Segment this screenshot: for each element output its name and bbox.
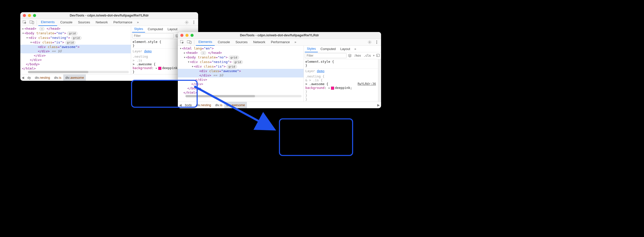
styles-filter-input[interactable] [132,33,174,38]
selected-dom-node[interactable]: <div class="awesome"> [178,69,304,73]
breadcrumb-left-icon[interactable]: ◀ [20,76,25,80]
crumb-body[interactable]: dy [25,74,33,81]
source-link[interactable]: RwYLRdr:36 [358,82,376,86]
breadcrumb-right-icon[interactable]: ▶ [376,103,381,107]
cls-toggle[interactable]: .cls [363,54,371,57]
subtab-computed[interactable]: Computed [318,46,338,52]
panel-split: ▸<head> ⋯ </head> ▾<body translate="no">… [20,26,198,74]
window-title: DevTools - cdpn.io/web-dot-dev/fullpage/… [178,33,381,37]
head-open[interactable]: <head> [24,27,36,30]
crumb-div-nesting[interactable]: div.nesting [194,102,213,108]
tab-sources[interactable]: Sources [233,39,250,46]
subtab-styles[interactable]: Styles [132,26,145,33]
more-tabs-icon[interactable]: » [293,40,298,44]
tab-performance[interactable]: Performance [111,19,135,26]
crumb-div-nesting[interactable]: div.nesting [33,74,52,81]
svg-rect-2 [32,21,34,24]
main-tabbar: Elements Console Sources Network Perform… [178,39,381,46]
styles-filter-input[interactable] [305,53,347,58]
grid-badge[interactable]: grid [67,31,77,35]
layers-icon[interactable] [348,53,352,58]
expand-triangle-icon[interactable]: ▸ [155,66,158,70]
inspect-element-icon[interactable] [21,19,28,26]
tab-network[interactable]: Network [93,19,111,26]
styles-subtabs: Styles Computed Layout » [304,46,381,52]
dollar-zero-hint: == $0 [52,49,61,53]
elements-dom-tree[interactable]: ▸<head> ⋯ </head> ▾<body translate="no">… [20,26,131,74]
svg-point-13 [376,43,377,44]
titlebar: DevTools - cdpn.io/web-dot-dev/fullpage/… [178,32,381,39]
styles-rules[interactable]: element.style { } Layer demo .nesting { … [304,59,378,102]
divider [194,40,194,44]
subtab-computed[interactable]: Computed [146,26,165,33]
styles-filter-bar: :hov .cls + [304,52,381,59]
crumb-div-awesome[interactable]: div.awesome [224,102,247,108]
grid-badge[interactable]: grid [65,41,76,44]
kebab-menu-icon[interactable] [191,19,197,26]
titlebar: DevTools - cdpn.io/web-dot-dev/fullpage/… [20,12,198,19]
svg-point-10 [369,41,370,43]
tab-network[interactable]: Network [251,39,268,46]
highlight-annotation-right [279,118,353,156]
grid-badge[interactable]: grid [71,36,82,40]
tab-console[interactable]: Console [215,39,232,46]
tab-console[interactable]: Console [58,19,75,26]
layer-link[interactable]: demo [144,49,152,53]
styles-subtabs: Styles Computed Layout [131,26,198,33]
grid-badge[interactable]: grid [227,65,237,69]
window-title: DevTools - cdpn.io/web-dot-dev/fullpage/… [20,13,198,17]
crumb-div-is[interactable]: div.is [52,74,63,81]
panel-split: ▾<html lang="en"> ▸<head> ⋯ </head> ▾<bo… [178,46,381,102]
subtab-layout[interactable]: Layout [165,26,179,33]
crumb-body[interactable]: body [183,102,194,108]
svg-rect-8 [187,41,190,43]
inspect-element-icon[interactable] [179,39,185,45]
dom-horizontal-scrollbar[interactable] [28,71,129,73]
dom-horizontal-scrollbar[interactable] [185,95,302,97]
main-tabbar: Elements Console Sources Network Perform… [20,19,198,26]
breadcrumb-left-icon[interactable]: ◀ [178,103,183,107]
settings-gear-icon[interactable] [183,19,190,26]
color-swatch-deeppink[interactable] [331,87,334,90]
hov-toggle[interactable]: :hov [353,54,362,57]
subtab-layout[interactable]: Layout [338,46,352,52]
color-swatch-deeppink[interactable] [158,67,161,70]
more-subtabs-icon[interactable]: » [353,47,358,51]
expand-triangle-icon[interactable]: ▸ [328,86,331,90]
styles-vertical-scrollbar[interactable] [378,59,381,102]
tab-elements[interactable]: Elements [38,19,57,26]
svg-point-11 [376,40,377,41]
ellipsis-badge[interactable]: ⋯ [201,51,206,55]
svg-point-4 [194,21,194,21]
breadcrumb: ◀ body div.nesting div.is div.awesome ▶ [178,102,381,108]
svg-rect-1 [29,21,33,23]
rendering-icon[interactable] [376,53,380,58]
grid-badge[interactable]: grid [233,60,243,64]
svg-point-6 [194,23,194,24]
tab-performance[interactable]: Performance [268,39,292,46]
styles-sidebar: Styles Computed Layout » :hov .cls + ele… [304,46,381,102]
grid-badge[interactable]: grid [229,56,239,59]
elements-dom-tree[interactable]: ▾<html lang="en"> ▸<head> ⋯ </head> ▾<bo… [178,46,304,102]
svg-point-12 [376,42,377,42]
crumb-div-awesome[interactable]: div.awesome [63,74,86,81]
ellipsis-badge[interactable]: ⋯ [39,27,45,31]
svg-point-3 [186,22,187,23]
layer-link[interactable]: demo [317,69,324,73]
device-toolbar-icon[interactable] [28,19,35,26]
settings-gear-icon[interactable] [366,39,373,45]
new-rule-plus-icon[interactable]: + [373,53,375,58]
breadcrumb: ◀ dy div.nesting div.is div.awesome ▶ [20,74,198,81]
tab-sources[interactable]: Sources [75,19,93,26]
crumb-div-is[interactable]: div.is [213,102,224,108]
tab-elements[interactable]: Elements [196,39,215,46]
devtools-window-1: DevTools - cdpn.io/web-dot-dev/fullpage/… [20,12,198,81]
subtab-styles[interactable]: Styles [305,46,318,52]
selected-dom-node[interactable]: <div class="awesome"> [20,45,131,49]
svg-point-5 [194,22,194,23]
device-toolbar-icon[interactable] [186,39,193,45]
kebab-menu-icon[interactable] [373,39,380,45]
svg-rect-9 [190,41,191,44]
devtools-window-2: DevTools - cdpn.io/web-dot-dev/fullpage/… [178,32,381,108]
more-tabs-icon[interactable]: » [135,20,140,24]
